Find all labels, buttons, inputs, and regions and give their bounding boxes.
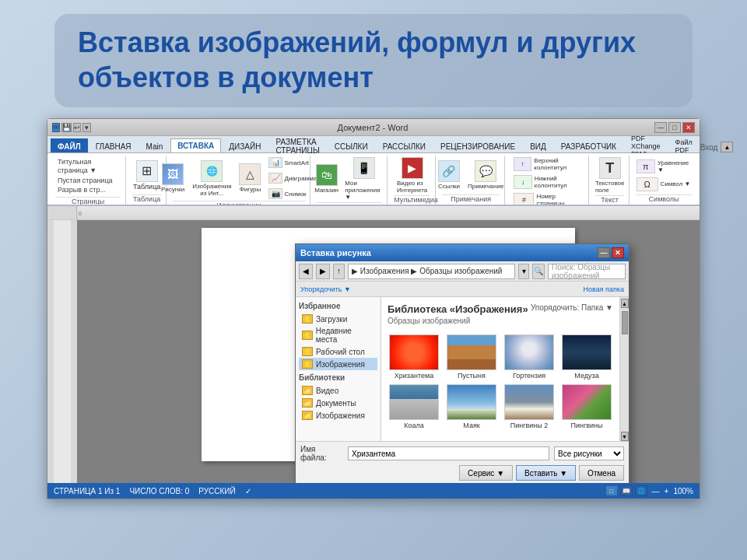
quick-save-btn[interactable]: 💾 <box>61 123 72 132</box>
word-window: W 💾 ↩ ▾ Документ2 - Word — □ ✕ ФАЙЛ ГЛАВ… <box>47 118 700 499</box>
quick-undo-btn[interactable]: ↩ <box>73 123 82 132</box>
dialog-sidebar: Избранное ⭐ Загрузки ⭐ Недавние места ⭐ <box>296 297 381 441</box>
sidebar-downloads[interactable]: ⭐ Загрузки <box>299 313 377 325</box>
scroll-thumb[interactable] <box>622 311 628 334</box>
dialog-close-btn[interactable]: ✕ <box>612 247 624 258</box>
my-apps-btn[interactable]: 📱 Моиприложения ▼ <box>342 156 385 202</box>
library-title: Библиотека «Изображения» <box>388 303 528 315</box>
store-btn[interactable]: 🛍 Магазин <box>314 163 339 195</box>
tab-pdfxchange[interactable]: PDF XChange 2012 <box>624 138 668 152</box>
header-btn[interactable]: ↑ Верхний колонтитул <box>511 156 584 173</box>
sidebar-desktop[interactable]: ⭐ Рабочий стол <box>299 345 377 358</box>
ribbon-collapse-btn[interactable]: ▲ <box>721 142 733 152</box>
filename-label: Имя файла: <box>300 445 343 462</box>
view-normal-btn[interactable]: □ <box>605 485 618 496</box>
favorites-header: Избранное <box>299 302 377 310</box>
ruler-area: 0 <box>47 206 700 220</box>
cancel-btn[interactable]: Отмена <box>579 465 624 481</box>
equation-btn[interactable]: π Уравнение ▼ <box>634 158 694 175</box>
dialog-search-input[interactable]: Поиск: Образцы изображений <box>548 264 626 279</box>
dialog-path[interactable]: ▶ Изображения ▶ Образцы изображений <box>348 264 515 279</box>
blank-page-btn[interactable]: Пустая страница <box>58 176 118 186</box>
shapes-btn[interactable]: △ Фигуры <box>237 162 263 194</box>
page-break-btn[interactable]: Разрыв в стр... <box>58 185 118 195</box>
image-item-jellyfish[interactable]: Медуза <box>560 334 613 380</box>
textbox-btn[interactable]: T Текстовоеполе <box>593 156 627 195</box>
maximize-button[interactable]: □ <box>668 122 681 133</box>
new-folder-btn[interactable]: Новая папка <box>584 285 624 293</box>
image-item-penguins2[interactable]: Пингвины 2 <box>503 384 556 429</box>
tab-view[interactable]: ВИД <box>523 138 553 152</box>
folder-icon: ⭐ <box>302 347 313 356</box>
online-pictures-btn[interactable]: 🌐 Изображенияиз Инт... <box>190 159 233 198</box>
image-item-lighthouse[interactable]: Маяк <box>445 384 498 429</box>
view-web-btn[interactable]: 🌐 <box>635 485 647 496</box>
dialog-search-icon[interactable]: 🔍 <box>532 264 545 279</box>
video-btn[interactable]: ▶ Видео изИнтернета <box>395 156 430 195</box>
tab-file[interactable]: ФАЙЛ <box>51 138 88 152</box>
status-bar: СТРАНИЦА 1 Из 1 ЧИСЛО СЛОВ: 0 РУССКИЙ ✓ … <box>47 483 700 499</box>
view-buttons: □ 📖 🌐 <box>605 485 647 496</box>
insert-picture-dialog: Вставка рисунка — ✕ ◀ ▶ ↑ ▶ Изображения … <box>295 243 630 483</box>
ribbon-group-headers: ↑ Верхний колонтитул ↓ Нижний колонтитул… <box>507 156 589 205</box>
tools-btn[interactable]: Сервис ▼ <box>459 465 513 481</box>
tab-layout[interactable]: РАЗМЕТКА СТРАНИЦЫ <box>268 138 326 152</box>
pages-group-label: Страницы <box>55 197 121 206</box>
ribbon-content: Титульная страница ▼ Пустая страница Раз… <box>47 153 700 206</box>
tab-developer[interactable]: РАЗРАБОТЧИК <box>554 138 623 152</box>
tab-main[interactable]: Main <box>139 138 170 152</box>
title-page-btn[interactable]: Титульная страница ▼ <box>58 157 118 176</box>
dialog-forward-btn[interactable]: ▶ <box>316 264 330 279</box>
status-left: СТРАНИЦА 1 Из 1 ЧИСЛО СЛОВ: 0 РУССКИЙ ✓ <box>54 487 251 495</box>
minimize-button[interactable]: — <box>654 122 667 133</box>
dialog-minimize-btn[interactable]: — <box>598 247 610 258</box>
dialog-path-dropdown[interactable]: ▾ <box>518 264 529 279</box>
image-label: Гортензия <box>513 372 545 380</box>
organize-btn[interactable]: Упорядочить ▼ <box>300 285 351 293</box>
tab-home[interactable]: ГЛАВНАЯ <box>89 138 139 152</box>
view-read-btn[interactable]: 📖 <box>620 485 633 496</box>
image-item-desert[interactable]: Пустыня <box>445 334 498 380</box>
tab-references[interactable]: ССЫЛКИ <box>328 138 375 152</box>
quick-dropdown-btn[interactable]: ▾ <box>82 123 91 132</box>
symbol-btn[interactable]: Ω Символ ▼ <box>634 176 694 193</box>
tab-review[interactable]: РЕЦЕНЗИРОВАНИЕ <box>433 138 522 152</box>
scroll-down-btn[interactable]: ▼ <box>621 432 629 441</box>
close-button[interactable]: ✕ <box>682 122 695 133</box>
sidebar-images[interactable]: ⭐ Изображения <box>299 358 377 370</box>
scroll-up-btn[interactable]: ▲ <box>621 299 629 308</box>
ribbon-group-symbols: π Уравнение ▼ Ω Символ ▼ Символы <box>631 156 696 205</box>
sidebar-recent[interactable]: ⭐ Недавние места <box>299 325 377 345</box>
image-grid: Хризантема Пустыня <box>388 334 613 429</box>
dialog-up-btn[interactable]: ↑ <box>333 264 345 279</box>
arrange-label[interactable]: Упорядочить: Папка ▼ <box>531 303 613 312</box>
filetype-select[interactable]: Все рисунки <box>554 446 624 460</box>
tab-mailings[interactable]: РАССЫЛКИ <box>376 138 433 152</box>
image-thumb <box>447 384 496 420</box>
footer-btn[interactable]: ↓ Нижний колонтитул <box>511 173 584 191</box>
hyperlink-btn[interactable]: 🔗 Ссылки <box>436 159 462 191</box>
sidebar-docs[interactable]: 📁 Документы <box>299 397 377 409</box>
image-item-penguins[interactable]: Пингвины <box>560 384 613 429</box>
image-item-koala[interactable]: Коала <box>388 384 440 429</box>
image-item-hydrangeas[interactable]: Гортензия <box>503 334 556 380</box>
pictures-btn[interactable]: 🖼 Рисунки <box>159 162 187 194</box>
tab-insert[interactable]: ВСТАВКА <box>170 138 221 152</box>
tab-design[interactable]: ДИЗАЙН <box>222 138 268 152</box>
pages-btn[interactable]: Титульная страница ▼ Пустая страница Раз… <box>55 156 121 197</box>
dialog-scrollbar[interactable]: ▲ ▼ <box>619 297 629 441</box>
filename-input[interactable] <box>348 446 549 460</box>
dialog-back-btn[interactable]: ◀ <box>299 264 313 279</box>
page-number-btn[interactable]: # Номер страницы <box>511 191 584 206</box>
sidebar-video[interactable]: 📁 Видео <box>299 384 377 397</box>
comment-btn[interactable]: 💬 Примечание <box>465 159 506 191</box>
word-window-controls: — □ ✕ <box>654 122 695 133</box>
image-item-chrysanthemum[interactable]: Хризантема <box>388 334 440 380</box>
page-count: СТРАНИЦА 1 Из 1 <box>54 487 120 495</box>
tab-filepdf[interactable]: Файл PDF <box>668 138 700 152</box>
sidebar-images2[interactable]: 📁 Изображения <box>299 409 377 422</box>
document-area: Вставка рисунка — ✕ ◀ ▶ ↑ ▶ Изображения … <box>47 220 700 483</box>
insert-btn[interactable]: Вставить ▼ <box>516 465 576 481</box>
user-name: Вход <box>700 143 718 152</box>
dialog-toolbar2: Упорядочить ▼ Новая папка <box>296 282 629 297</box>
